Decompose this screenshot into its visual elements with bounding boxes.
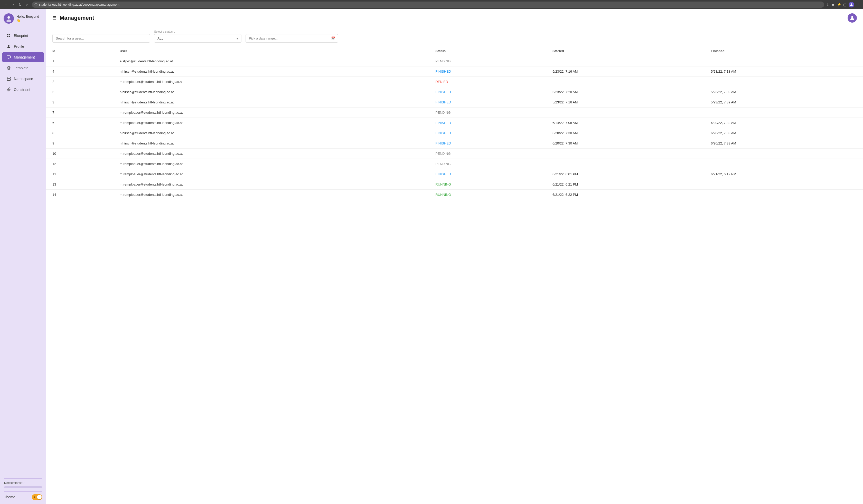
layers-icon [6,65,11,70]
cell-status: PENDING [429,107,546,118]
filters-row: Select a status... ALLPENDINGFINISHEDDEN… [46,27,863,46]
sidebar: Hello, Beeyond 👋 Blueprint Profile Manag… [0,9,46,504]
cell-user: m.remplbauer@students.htl-leonding.ac.at [114,148,429,159]
header-avatar[interactable] [848,13,857,23]
cell-id: 10 [46,148,114,159]
sidebar-item-management[interactable]: Management [2,52,44,62]
table-row[interactable]: 11 m.remplbauer@students.htl-leonding.ac… [46,169,863,179]
sidebar-item-label: Profile [14,44,24,49]
cell-id: 11 [46,169,114,179]
cell-finished: 6/20/22, 7:33 AM [704,128,863,138]
bookmark-icon[interactable]: ★ [831,3,835,7]
table-row[interactable]: 6 m.remplbauer@students.htl-leonding.ac.… [46,118,863,128]
calendar-icon: 📅 [331,36,336,40]
table-row[interactable]: 10 m.remplbauer@students.htl-leonding.ac… [46,148,863,159]
back-button[interactable]: ← [3,2,8,7]
search-group [52,34,150,42]
table-row[interactable]: 4 n.hirsch@students.htl-leonding.ac.at F… [46,66,863,77]
menu-icon[interactable]: ⋮ [856,3,860,7]
home-button[interactable]: ⌂ [25,2,30,7]
cell-user: m.remplbauer@students.htl-leonding.ac.at [114,118,429,128]
table-row[interactable]: 1 e.sljivic@students.htl-leonding.ac.at … [46,56,863,66]
cell-finished [704,159,863,169]
sidebar-item-blueprint[interactable]: Blueprint [2,30,44,41]
column-header-finished: Finished [704,46,863,56]
tab-icon[interactable]: ▢ [843,3,847,7]
address-bar[interactable]: student.cloud.htl-leonding.ac.at/beeyond… [32,1,824,8]
table-row[interactable]: 5 n.hirsch@students.htl-leonding.ac.at F… [46,87,863,97]
date-input[interactable] [246,34,338,42]
sidebar-item-template[interactable]: Template [2,63,44,73]
table-row[interactable]: 14 m.remplbauer@students.htl-leonding.ac… [46,190,863,200]
profile-icon[interactable] [849,2,854,8]
table-row[interactable]: 2 m.remplbauer@students.htl-leonding.ac.… [46,77,863,87]
cell-status: FINISHED [429,97,546,107]
svg-rect-7 [9,36,10,37]
cell-user: n.hirsch@students.htl-leonding.ac.at [114,66,429,77]
cell-id: 12 [46,159,114,169]
sidebar-header: Hello, Beeyond 👋 [0,9,46,28]
cell-id: 7 [46,107,114,118]
table-body: 1 e.sljivic@students.htl-leonding.ac.at … [46,56,863,200]
sidebar-item-constraint[interactable]: Constraint [2,85,44,95]
cell-started: 6/14/22, 7:08 AM [546,118,704,128]
download-icon[interactable]: ⤓ [826,3,829,7]
extensions-icon[interactable]: ⚡ [837,3,841,7]
hamburger-icon[interactable]: ☰ [52,15,57,21]
cell-status: PENDING [429,56,546,66]
cell-status: FINISHED [429,169,546,179]
cell-user: e.sljivic@students.htl-leonding.ac.at [114,56,429,66]
browser-chrome: ← → ↻ ⌂ student.cloud.htl-leonding.ac.at… [0,0,863,9]
theme-toggle[interactable]: ☀ [32,494,42,500]
sidebar-item-label: Namespace [14,77,33,81]
cell-finished: 5/23/22, 7:39 AM [704,97,863,107]
cell-status: PENDING [429,159,546,169]
table-row[interactable]: 7 m.remplbauer@students.htl-leonding.ac.… [46,107,863,118]
table-row[interactable]: 3 n.hirsch@students.htl-leonding.ac.at F… [46,97,863,107]
cell-id: 5 [46,87,114,97]
cell-user: n.hirsch@students.htl-leonding.ac.at [114,87,429,97]
cell-id: 9 [46,138,114,148]
theme-label: Theme [4,495,15,499]
table-header-row: IdUserStatusStartedFinished [46,46,863,56]
cell-started: 6/21/22, 6:01 PM [546,169,704,179]
status-group: Select a status... ALLPENDINGFINISHEDDEN… [154,30,241,42]
cell-status: FINISHED [429,66,546,77]
table-row[interactable]: 13 m.remplbauer@students.htl-leonding.ac… [46,179,863,190]
cell-status: RUNNING [429,190,546,200]
sidebar-item-namespace[interactable]: Namespace [2,74,44,84]
cell-status: FINISHED [429,87,546,97]
status-select[interactable]: ALLPENDINGFINISHEDDENIEDRUNNING [154,34,241,42]
svg-marker-10 [7,66,10,68]
cell-status: FINISHED [429,128,546,138]
cell-user: n.hirsch@students.htl-leonding.ac.at [114,138,429,148]
table-container: IdUserStatusStartedFinished 1 e.sljivic@… [46,46,863,504]
sidebar-item-label: Management [14,55,35,59]
sidebar-item-profile[interactable]: Profile [2,41,44,52]
cell-id: 6 [46,118,114,128]
cell-id: 8 [46,128,114,138]
theme-divider [4,491,42,492]
url-text: student.cloud.htl-leonding.ac.at/beeyond… [39,3,119,7]
table-row[interactable]: 8 n.hirsch@students.htl-leonding.ac.at F… [46,128,863,138]
cell-finished: 5/23/22, 7:18 AM [704,66,863,77]
cell-started: 5/23/22, 7:16 AM [546,97,704,107]
table-row[interactable]: 12 m.remplbauer@students.htl-leonding.ac… [46,159,863,169]
cell-started: 5/23/22, 7:16 AM [546,66,704,77]
forward-button[interactable]: → [10,2,15,7]
cell-finished [704,190,863,200]
desktop-icon [6,55,11,60]
toggle-thumb [37,495,42,500]
table-row[interactable]: 9 n.hirsch@students.htl-leonding.ac.at F… [46,138,863,148]
notifications-label: Notifications: 0 [4,481,42,485]
cell-user: m.remplbauer@students.htl-leonding.ac.at [114,190,429,200]
svg-rect-5 [9,34,10,36]
reload-button[interactable]: ↻ [17,2,23,7]
browser-actions: ⤓ ★ ⚡ ▢ ⋮ [826,2,860,8]
cell-user: m.remplbauer@students.htl-leonding.ac.at [114,107,429,118]
cell-finished [704,77,863,87]
sidebar-divider-bottom [4,478,42,479]
cell-id: 1 [46,56,114,66]
search-input[interactable] [52,34,150,42]
cell-user: n.hirsch@students.htl-leonding.ac.at [114,128,429,138]
